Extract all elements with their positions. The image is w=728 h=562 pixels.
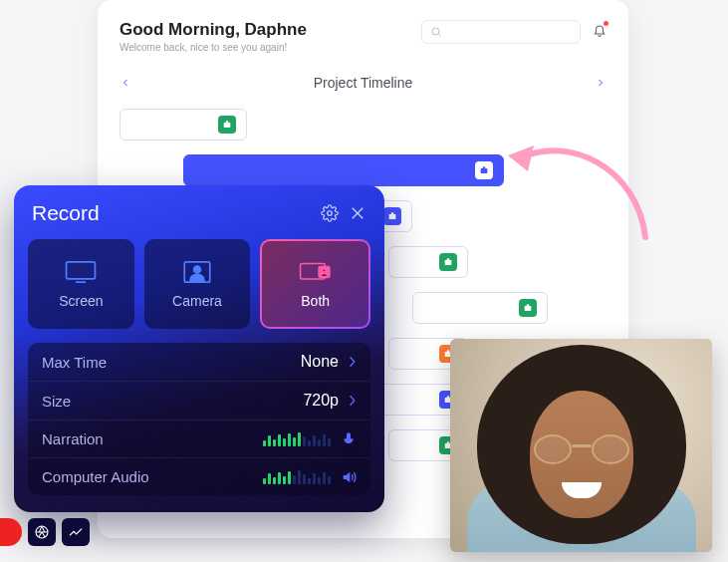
svg-point-3 <box>328 211 333 216</box>
computer-audio-level-meter <box>263 470 331 484</box>
greeting-subtitle: Welcome back, nice to see you again! <box>120 42 307 53</box>
record-title: Record <box>32 201 100 225</box>
timeline-title: Project Timeline <box>314 75 413 91</box>
timeline-slot[interactable] <box>388 246 468 278</box>
setting-narration[interactable]: Narration <box>28 421 370 458</box>
greeting: Good Morning, Daphne Welcome back, nice … <box>120 20 307 53</box>
size-value: 720p <box>303 392 339 410</box>
narration-level-meter <box>263 432 331 446</box>
chevron-right-icon[interactable] <box>595 77 607 89</box>
microphone-icon <box>341 431 357 447</box>
size-label: Size <box>42 393 71 410</box>
narration-label: Narration <box>42 430 104 447</box>
tray-app-2[interactable] <box>62 518 90 546</box>
timeline-slot[interactable] <box>183 154 504 186</box>
notification-dot <box>604 21 608 26</box>
camera-preview <box>450 339 712 552</box>
svg-point-12 <box>323 269 326 272</box>
greeting-title: Good Morning, Daphne <box>120 20 307 40</box>
option-camera-label: Camera <box>172 293 222 309</box>
option-both-label: Both <box>301 293 330 309</box>
option-camera[interactable]: Camera <box>144 239 251 329</box>
chart-icon <box>68 524 84 540</box>
chevron-left-icon[interactable] <box>120 77 131 89</box>
computer-audio-label: Computer Audio <box>42 468 149 485</box>
tray-app-1[interactable] <box>28 518 56 546</box>
speaker-icon <box>341 469 357 485</box>
setting-size[interactable]: Size 720p <box>28 382 370 421</box>
gear-icon[interactable] <box>321 204 339 222</box>
close-icon[interactable] <box>349 204 366 222</box>
svg-point-9 <box>194 266 201 273</box>
chevron-right-icon <box>349 356 357 368</box>
timeline-slot[interactable] <box>412 292 548 324</box>
svg-point-0 <box>432 28 439 35</box>
svg-line-1 <box>438 34 440 36</box>
briefcase-icon <box>383 207 401 225</box>
setting-computer-audio[interactable]: Computer Audio <box>28 458 370 495</box>
briefcase-icon <box>218 116 236 134</box>
option-both[interactable]: Both <box>260 239 370 329</box>
search-icon <box>430 26 442 38</box>
max-time-label: Max Time <box>42 354 107 371</box>
timeline-slot[interactable] <box>120 109 247 140</box>
chevron-right-icon <box>349 395 357 407</box>
dashboard-header: Good Morning, Daphne Welcome back, nice … <box>120 20 607 53</box>
record-panel: Record Screen Camera Both Max Time <box>14 185 384 512</box>
option-screen-label: Screen <box>59 293 103 309</box>
aperture-icon <box>34 524 50 540</box>
max-time-value: None <box>301 353 339 371</box>
notification-bell[interactable] <box>593 23 607 41</box>
briefcase-icon <box>519 299 537 317</box>
option-screen[interactable]: Screen <box>28 239 134 329</box>
timeline-header: Project Timeline <box>120 75 607 91</box>
search-input[interactable] <box>421 20 581 44</box>
dock-tray <box>0 518 90 546</box>
setting-max-time[interactable]: Max Time None <box>28 343 370 382</box>
tray-red-tab[interactable] <box>0 518 22 546</box>
briefcase-icon <box>475 161 493 179</box>
svg-rect-6 <box>67 262 96 279</box>
briefcase-icon <box>439 253 457 271</box>
